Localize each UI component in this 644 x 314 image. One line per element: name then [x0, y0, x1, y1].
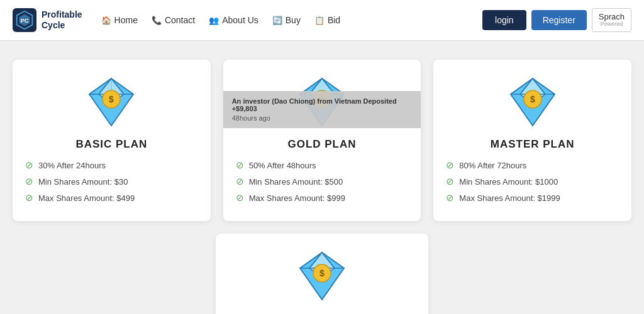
premium-diamond-icon: $ [294, 249, 350, 303]
gold-plan-card: An investor (Dao Chiong) from Vietnam De… [223, 60, 421, 221]
check-icon-3: ⊘ [236, 160, 244, 171]
premium-plan-card: $ PREMIUM PLAN ⊘ 100% After 4days ⊘ Min … [216, 234, 428, 314]
svg-text:$: $ [109, 94, 114, 104]
check-icon-5: ⊘ [236, 192, 244, 203]
language-label: Sprach [599, 13, 625, 21]
logo[interactable]: PC Profitable Cycle [13, 8, 82, 32]
language-selector[interactable]: Sprach Powered [592, 8, 631, 32]
check-icon-0: ⊘ [25, 160, 33, 171]
nav-buy[interactable]: 🔄 Buy [272, 15, 301, 25]
master-feature-2: ⊘ Max Shares Amount: $1999 [446, 192, 619, 203]
toast-time: 48hours ago [232, 114, 413, 122]
phone-icon: 📞 [152, 16, 162, 25]
plans-grid-bottom: $ PREMIUM PLAN ⊘ 100% After 4days ⊘ Min … [13, 234, 631, 314]
check-icon-6: ⊘ [446, 160, 454, 171]
master-plan-card: $ MASTER PLAN ⊘ 80% After 72hours ⊘ Min … [433, 60, 631, 221]
nav-home[interactable]: 🏠 Home [101, 15, 138, 25]
plans-grid-top: $ BASIC PLAN ⊘ 30% After 24hours ⊘ Min S… [13, 60, 631, 221]
gold-plan-name: GOLD PLAN [287, 138, 356, 151]
nav-bid[interactable]: 📋 Bid [314, 15, 340, 25]
basic-feature-2: ⊘ Max Shares Amount: $499 [25, 192, 198, 203]
buy-icon: 🔄 [272, 16, 282, 25]
svg-text:$: $ [319, 268, 325, 278]
powered-label: Powered [601, 21, 623, 28]
master-feature-1: ⊘ Min Shares Amount: $1000 [446, 176, 619, 187]
logo-icon: PC [13, 8, 36, 32]
login-button[interactable]: login [482, 10, 526, 30]
people-icon: 👥 [209, 16, 219, 25]
toast-message: An investor (Dao Chiong) from Vietnam De… [232, 97, 413, 112]
check-icon-8: ⊘ [446, 192, 454, 203]
basic-feature-0: ⊘ 30% After 24hours [25, 160, 198, 171]
master-feature-0: ⊘ 80% After 72hours [446, 160, 619, 171]
home-icon: 🏠 [101, 16, 111, 25]
gold-feature-2: ⊘ Max Shares Amount: $999 [236, 192, 409, 203]
basic-plan-card: $ BASIC PLAN ⊘ 30% After 24hours ⊘ Min S… [13, 60, 211, 221]
svg-text:$: $ [530, 94, 535, 104]
nav-links: 🏠 Home 📞 Contact 👥 About Us 🔄 Buy 📋 [101, 15, 482, 25]
master-diamond-icon: $ [504, 75, 561, 129]
navbar: PC Profitable Cycle 🏠 Home 📞 Contact 👥 A… [0, 0, 644, 41]
gold-feature-1: ⊘ Min Shares Amount: $500 [236, 176, 409, 187]
check-icon-4: ⊘ [236, 176, 244, 187]
main-content: $ BASIC PLAN ⊘ 30% After 24hours ⊘ Min S… [0, 41, 644, 314]
check-icon-1: ⊘ [25, 176, 33, 187]
gold-feature-0: ⊘ 50% After 48hours [236, 160, 409, 171]
check-icon-7: ⊘ [446, 176, 454, 187]
register-button[interactable]: Register [531, 10, 587, 30]
master-plan-name: MASTER PLAN [491, 138, 575, 151]
site-name: Profitable Cycle [42, 9, 82, 31]
svg-text:PC: PC [20, 17, 28, 24]
notification-toast: An investor (Dao Chiong) from Vietnam De… [223, 91, 421, 128]
nav-right: login Register Sprach Powered [482, 8, 631, 32]
nav-contact[interactable]: 📞 Contact [152, 15, 195, 25]
check-icon-2: ⊘ [25, 192, 33, 203]
nav-about[interactable]: 👥 About Us [209, 15, 258, 25]
basic-plan-name: BASIC PLAN [75, 138, 147, 151]
bid-icon: 📋 [314, 16, 325, 25]
basic-diamond-icon: $ [83, 75, 140, 129]
basic-feature-1: ⊘ Min Shares Amount: $30 [25, 176, 198, 187]
